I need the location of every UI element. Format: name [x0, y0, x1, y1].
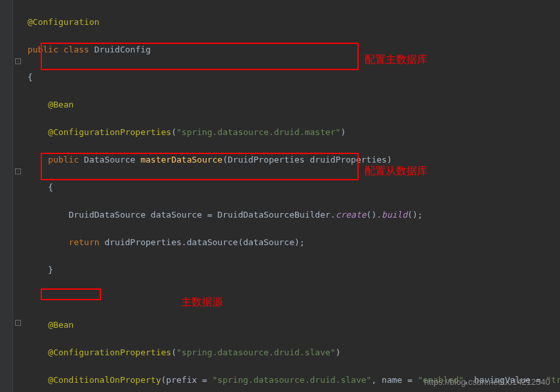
method-name: masterDataSource — [140, 155, 222, 165]
annotation: @ConfigurationProperties — [48, 127, 171, 137]
annotation: @Bean — [48, 320, 73, 330]
code-editor[interactable]: - - - @Configuration public class DruidC… — [0, 0, 560, 392]
annotation: @Bean — [48, 100, 73, 109]
annotation: @ConfigurationProperties — [48, 347, 171, 357]
string-literal: "spring.datasource.druid.master" — [176, 127, 340, 137]
fold-icon[interactable]: - — [15, 320, 21, 326]
annotation: @Configuration — [28, 17, 100, 27]
keyword: public — [28, 45, 58, 54]
code-content[interactable]: @Configuration public class DruidConfig … — [24, 0, 560, 392]
code: druidProperties.dataSource(dataSource); — [100, 237, 305, 247]
class-name: DruidConfig — [94, 45, 151, 54]
static-call: build — [382, 210, 407, 220]
code: (); — [407, 210, 422, 220]
param-label: prefix = — [166, 375, 212, 385]
brace: { — [28, 72, 33, 82]
keyword: class — [64, 45, 89, 54]
fold-column: - - - — [13, 0, 24, 392]
fold-icon[interactable]: - — [15, 168, 21, 174]
brace: } — [48, 265, 53, 275]
fold-icon[interactable]: - — [15, 58, 21, 64]
gutter — [0, 0, 13, 392]
keyword: return — [69, 237, 100, 247]
param-label: , name = — [371, 375, 417, 385]
params: (DruidProperties druidProperties) — [222, 155, 391, 165]
brace: { — [48, 182, 53, 192]
watermark: https://blog.csdn.net/u014212540 — [424, 377, 550, 387]
keyword: public — [48, 155, 79, 165]
static-call: create — [336, 210, 367, 220]
type: DataSource — [84, 155, 135, 165]
code: DruidDataSource dataSource = DruidDataSo… — [69, 210, 336, 220]
code: (). — [367, 210, 382, 220]
string-literal: "spring.datasource.druid.slave" — [212, 375, 372, 385]
annotation: @ConditionalOnProperty — [48, 375, 161, 385]
string-literal: "spring.datasource.druid.slave" — [176, 347, 336, 357]
